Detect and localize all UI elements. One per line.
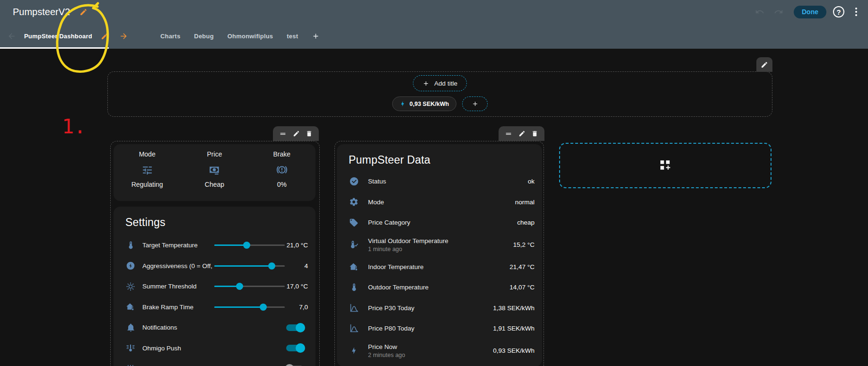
setting-row-ohmigo-push: Ohmigo Push (125, 338, 308, 359)
add-badge-button[interactable] (462, 96, 488, 111)
glance-card: Mode Regulating Price Cheap Brake (114, 144, 316, 201)
drag-handle-icon[interactable] (279, 130, 287, 138)
data-row-virtual-outdoor-temperature[interactable]: Virtual Outdoor Temperature 1 minute ago… (349, 233, 535, 257)
slider-thumb[interactable] (236, 283, 243, 290)
data-row-price-now[interactable]: Price Now 2 minutes ago 0,93 SEK/kWh (349, 339, 535, 363)
glance-header: Mode (139, 150, 156, 158)
setting-row-brake-ramp-time: Brake Ramp Time 7,0 (125, 297, 308, 318)
tag-icon (349, 218, 359, 227)
tune-icon (141, 163, 153, 176)
setting-label: Summer Threshold (142, 283, 214, 290)
lightning-bolt-icon (400, 100, 405, 107)
ohmigo-push-toggle[interactable] (285, 343, 305, 353)
summer-threshold-slider[interactable] (214, 283, 285, 290)
setting-label: Target Temperature (142, 242, 214, 249)
grid-plus-icon (659, 159, 672, 172)
tab-bar: PumpSteer Dashboard Charts Debug Ohmonwi… (0, 24, 868, 49)
data-row-outdoor-temperature[interactable]: Outdoor Temperature 14,07 °C (349, 277, 535, 298)
preheat-boost-toggle[interactable] (285, 364, 305, 366)
delete-card-trash-icon[interactable] (531, 130, 538, 137)
edit-view-pencil-icon[interactable] (101, 33, 108, 40)
setting-label: Notifications (142, 324, 214, 331)
data-row-price-p80-today[interactable]: Price P80 Today 1,91 SEK/kWh (349, 318, 535, 339)
slider-thumb[interactable] (268, 262, 275, 270)
heat-wave-icon (125, 364, 136, 366)
edit-title-pencil-icon[interactable] (79, 8, 88, 16)
top-section-outline: Add title 0,93 SEK/kWh (107, 71, 772, 117)
delete-card-trash-icon[interactable] (306, 130, 313, 137)
edit-card-pencil-icon[interactable] (293, 130, 300, 137)
settings-card: Settings Target Temperature 21,0 °C Aggr… (114, 207, 316, 366)
bell-curve-icon (349, 303, 359, 313)
data-value: 15,2 °C (513, 241, 535, 248)
aggressiveness-slider[interactable] (214, 262, 285, 270)
section-edit-pencil-icon[interactable] (756, 57, 772, 72)
data-value: 1,91 SEK/kWh (493, 325, 535, 332)
setting-label: Brake Ramp Time (142, 304, 214, 311)
glance-price[interactable]: Price Cheap (181, 150, 248, 201)
data-label: Price Category (368, 219, 410, 226)
notifications-toggle[interactable] (285, 323, 305, 332)
settings-card-title: Settings (125, 216, 308, 229)
tab-ohmonwifiplus[interactable]: Ohmonwifiplus (228, 33, 273, 40)
tab-debug[interactable]: Debug (194, 33, 213, 40)
help-glyph: ? (836, 8, 841, 16)
lightning-bolt-icon (349, 346, 359, 355)
data-card-title: PumpSteer Data (349, 154, 535, 166)
thermometer-icon (125, 241, 136, 250)
annotation-step-number: 1. (62, 115, 86, 138)
data-row-indoor-temperature[interactable]: Indoor Temperature 21,47 °C (349, 257, 535, 278)
tab-test[interactable]: test (287, 33, 298, 40)
edit-card-pencil-icon[interactable] (518, 130, 526, 137)
glance-brake[interactable]: Brake 0% (248, 150, 316, 201)
glance-value: 0% (277, 181, 287, 188)
card-edit-toolbar (499, 126, 544, 141)
drag-handle-icon[interactable] (505, 130, 512, 138)
flash-circle-icon (125, 261, 136, 270)
glance-mode[interactable]: Mode Regulating (114, 150, 181, 201)
setting-label: Aggressiveness (0 = Off, … (142, 262, 214, 270)
setting-row-summer-threshold: Summer Threshold 17,0 °C (125, 276, 308, 297)
add-title-button[interactable]: Add title (413, 75, 467, 91)
slider-thumb[interactable] (260, 304, 267, 311)
glance-header: Price (207, 150, 222, 158)
setting-value: 7,0 (285, 304, 308, 311)
back-arrow-icon[interactable] (7, 32, 16, 41)
data-row-status[interactable]: Status ok (349, 171, 535, 192)
setting-value: 4 (285, 262, 308, 270)
data-label: Virtual Outdoor Temperature (368, 237, 448, 244)
tab-pumpsteer-dashboard[interactable]: PumpSteer Dashboard (24, 33, 92, 40)
setting-value: 17,0 °C (285, 283, 308, 290)
undo-icon[interactable] (755, 7, 764, 17)
data-label: Price Now (368, 343, 405, 350)
check-circle-icon (349, 176, 359, 186)
data-value: 0,93 SEK/kWh (493, 347, 535, 354)
data-value: ok (528, 178, 535, 185)
help-icon[interactable]: ? (833, 6, 844, 17)
glance-value: Cheap (205, 181, 224, 188)
setting-row-target-temperature: Target Temperature 21,0 °C (125, 235, 308, 256)
header-title-row: PumpsteerV2 Done ? (0, 0, 868, 24)
bell-icon (125, 323, 136, 332)
price-now-badge[interactable]: 0,93 SEK/kWh (392, 96, 456, 111)
brake-ramp-time-slider[interactable] (214, 304, 285, 311)
move-view-right-arrow-icon[interactable] (119, 32, 128, 41)
slider-thumb[interactable] (243, 242, 250, 249)
add-card-slot[interactable] (559, 143, 772, 188)
home-thermometer-icon (349, 262, 359, 272)
setting-label: Ohmigo Push (142, 345, 214, 352)
data-label: Status (368, 178, 386, 185)
data-value: normal (515, 199, 535, 206)
redo-icon[interactable] (774, 7, 783, 17)
data-row-price-p30-today[interactable]: Price P30 Today 1,38 SEK/kWh (349, 298, 535, 319)
data-value: 21,47 °C (509, 263, 535, 270)
add-view-plus-icon[interactable] (312, 32, 320, 40)
data-row-mode[interactable]: Mode normal (349, 192, 535, 213)
done-button[interactable]: Done (794, 6, 826, 18)
overflow-menu-icon[interactable] (852, 8, 860, 16)
tab-charts[interactable]: Charts (160, 33, 180, 40)
thermometer-check-icon (349, 240, 359, 250)
add-title-label: Add title (434, 80, 457, 87)
target-temperature-slider[interactable] (214, 242, 285, 249)
data-row-price-category[interactable]: Price Category cheap (349, 212, 535, 233)
